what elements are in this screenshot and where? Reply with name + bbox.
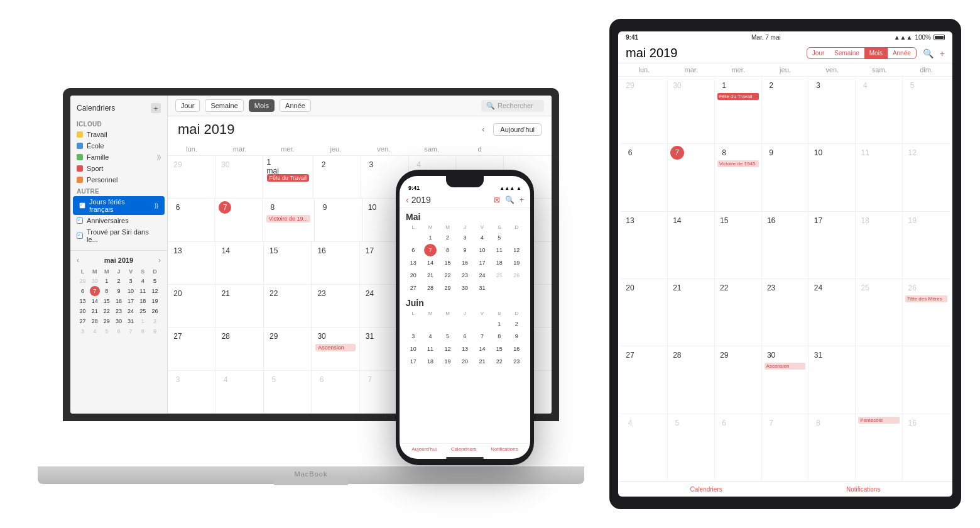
- mini-day[interactable]: [407, 317, 420, 330]
- sidebar-item-anniversaires[interactable]: Anniversaires: [70, 215, 167, 226]
- cal-cell[interactable]: 21: [215, 285, 263, 327]
- mini-day[interactable]: 10: [476, 244, 488, 256]
- mini-day[interactable]: 20: [407, 269, 420, 282]
- ipad-tab-mois[interactable]: Mois: [864, 48, 888, 58]
- mini-day[interactable]: 1: [493, 317, 506, 330]
- ipad-cell-30-ascension[interactable]: 30 Ascension: [762, 346, 809, 413]
- ipad-event-fete-travail[interactable]: Fête du Travail: [717, 93, 759, 100]
- mini-day[interactable]: 30: [459, 282, 471, 294]
- mini-day[interactable]: 23: [459, 269, 471, 282]
- cal-cell[interactable]: 23: [312, 285, 359, 327]
- mini-day[interactable]: [407, 231, 420, 244]
- mini-day[interactable]: 31: [126, 316, 136, 326]
- ipad-cell-26[interactable]: 26 Fête des Mères: [903, 279, 950, 346]
- mini-day[interactable]: 29: [442, 282, 454, 294]
- mini-day[interactable]: 22: [102, 306, 112, 316]
- cal-cell[interactable]: 6: [312, 371, 359, 413]
- mini-day[interactable]: 24: [476, 269, 488, 282]
- ipad-cell[interactable]: [856, 346, 903, 413]
- ipad-cell[interactable]: 31: [808, 346, 856, 413]
- mini-day[interactable]: 6: [407, 244, 420, 256]
- mini-day[interactable]: 17: [476, 256, 488, 269]
- mini-day[interactable]: 2: [442, 231, 454, 244]
- mini-day[interactable]: 2: [150, 316, 160, 326]
- ipad-cell[interactable]: 4: [621, 414, 668, 481]
- mini-day[interactable]: 19: [442, 355, 454, 368]
- mini-day[interactable]: 9: [114, 286, 124, 296]
- cal-prev-button[interactable]: ‹: [477, 123, 489, 136]
- ipad-tab-annee[interactable]: Année: [888, 48, 916, 58]
- mini-cal-next[interactable]: ›: [158, 256, 161, 265]
- view-annee-button[interactable]: Année: [280, 99, 311, 112]
- mini-day[interactable]: 17: [126, 296, 136, 306]
- ipad-tab-semaine[interactable]: Semaine: [829, 48, 864, 58]
- mini-day[interactable]: 11: [493, 244, 506, 256]
- mini-day[interactable]: 16: [459, 256, 471, 269]
- ipad-cell[interactable]: 15: [715, 212, 762, 278]
- sidebar-item-jours-feries[interactable]: Jours fériés français )): [73, 196, 165, 215]
- sidebar-item-personnel[interactable]: Personnel: [70, 174, 167, 185]
- mini-day[interactable]: 21: [424, 269, 437, 282]
- iphone-inbox-icon[interactable]: ⊠: [494, 195, 500, 204]
- ipad-cell[interactable]: 23: [762, 279, 809, 346]
- ipad-cell[interactable]: 18: [856, 212, 903, 278]
- mini-day[interactable]: 20: [78, 306, 88, 316]
- mini-day[interactable]: 22: [493, 355, 506, 368]
- ipad-add-icon[interactable]: +: [940, 48, 945, 58]
- ipad-cell[interactable]: 28: [668, 346, 715, 413]
- mini-day[interactable]: 1: [424, 231, 437, 244]
- ipad-cell[interactable]: 21: [668, 279, 715, 346]
- ipad-cell-1[interactable]: 1 Fête du Travail: [715, 77, 762, 143]
- mini-day[interactable]: 5: [442, 330, 454, 343]
- mini-day[interactable]: 12: [442, 343, 454, 355]
- mini-day[interactable]: 10: [407, 343, 420, 355]
- mini-day[interactable]: 6: [459, 330, 471, 343]
- cal-cell[interactable]: 29: [264, 327, 312, 370]
- cal-cell[interactable]: 15: [264, 242, 312, 284]
- mini-day[interactable]: 23: [114, 306, 124, 316]
- mini-day[interactable]: 4: [476, 231, 488, 244]
- mini-day[interactable]: [510, 282, 523, 294]
- mini-day[interactable]: 21: [476, 355, 488, 368]
- ipad-cell[interactable]: 24: [808, 279, 856, 346]
- mini-day[interactable]: 26: [150, 306, 160, 316]
- cal-cell[interactable]: 22: [264, 285, 312, 327]
- mini-day[interactable]: 18: [493, 256, 506, 269]
- ipad-event-victoire[interactable]: Victoire de 1945: [717, 160, 759, 167]
- view-mois-button[interactable]: Mois: [249, 99, 275, 112]
- ipad-cell[interactable]: 20: [621, 279, 668, 346]
- mini-day[interactable]: 7: [126, 326, 136, 336]
- mini-day[interactable]: 25: [493, 269, 506, 282]
- mini-day[interactable]: 8: [138, 326, 148, 336]
- ipad-cell[interactable]: 7: [762, 414, 809, 481]
- sidebar-item-sport[interactable]: Sport: [70, 163, 167, 174]
- mini-day[interactable]: 4: [424, 330, 437, 343]
- mini-day[interactable]: 19: [510, 256, 523, 269]
- mini-day[interactable]: 27: [407, 282, 420, 294]
- mini-day[interactable]: 4: [138, 276, 148, 286]
- mini-cal-prev[interactable]: ‹: [77, 256, 79, 265]
- mini-day[interactable]: 17: [407, 355, 420, 368]
- ipad-cell[interactable]: 29: [715, 346, 762, 413]
- mini-day[interactable]: [510, 231, 523, 244]
- mini-day[interactable]: 23: [510, 355, 523, 368]
- mini-day[interactable]: 14: [90, 296, 100, 306]
- mini-day[interactable]: 16: [114, 296, 124, 306]
- mini-day[interactable]: 19: [150, 296, 160, 306]
- mini-day[interactable]: 30: [90, 276, 100, 286]
- ipad-cell-8[interactable]: 8 Victoire de 1945: [715, 144, 762, 211]
- ipad-cell[interactable]: 8: [808, 414, 856, 481]
- mini-day[interactable]: 15: [442, 256, 454, 269]
- cal-cell[interactable]: 14: [215, 242, 263, 284]
- mini-day[interactable]: 15: [102, 296, 112, 306]
- ipad-cell[interactable]: 5: [668, 414, 715, 481]
- cal-cell[interactable]: 3: [168, 371, 215, 413]
- mini-day[interactable]: [442, 317, 454, 330]
- mini-day[interactable]: 3: [78, 326, 88, 336]
- mini-day-today[interactable]: 7: [90, 286, 100, 296]
- ipad-cell[interactable]: 16: [762, 212, 809, 278]
- iphone-search-icon[interactable]: 🔍: [505, 195, 514, 204]
- ipad-cell[interactable]: 4: [856, 77, 903, 143]
- ipad-cell[interactable]: [903, 346, 950, 413]
- event-fete-travail[interactable]: Fête du Travail: [267, 174, 310, 182]
